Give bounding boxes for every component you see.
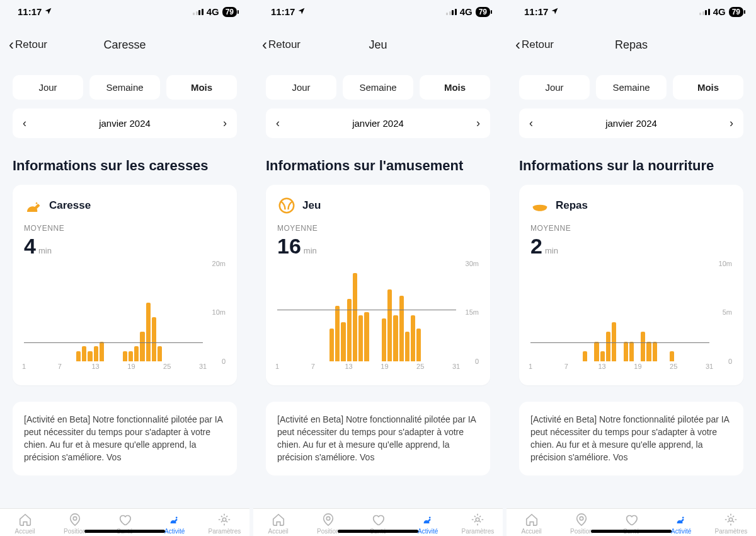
average-unit: min xyxy=(304,246,317,255)
battery-icon: 79 xyxy=(222,7,237,17)
home-indicator[interactable] xyxy=(591,530,672,533)
back-label: Retour xyxy=(522,38,554,51)
chart-bar xyxy=(100,342,104,361)
chart-bar xyxy=(76,351,81,361)
tab-home[interactable]: Accueil xyxy=(0,513,50,535)
chart-bar xyxy=(641,332,645,361)
tab-settings[interactable]: Paramètres xyxy=(706,513,756,535)
segment-week[interactable]: Semaine xyxy=(89,75,160,100)
tab-settings[interactable]: Paramètres xyxy=(200,513,249,535)
chart-bar xyxy=(646,342,651,361)
x-tick: 7 xyxy=(58,363,62,370)
next-period-button[interactable]: › xyxy=(223,117,227,130)
status-time: 11:17 xyxy=(524,6,548,17)
status-bar: 11:17 4G 79 xyxy=(507,0,756,20)
x-tick: 1 xyxy=(529,363,532,370)
network-label: 4G xyxy=(460,6,472,17)
x-tick: 7 xyxy=(311,363,315,370)
average-label: MOYENNE xyxy=(24,224,226,233)
average-line xyxy=(530,342,709,343)
segment-day[interactable]: Jour xyxy=(13,75,83,100)
average-value: 16 xyxy=(277,234,301,259)
chart-bar xyxy=(364,312,369,361)
bar-chart: 1713192531 10m5m0 xyxy=(530,264,732,374)
home-indicator[interactable] xyxy=(84,530,165,533)
chart-bar xyxy=(152,317,156,361)
chart-bar xyxy=(594,342,598,361)
chart-bar xyxy=(158,346,162,361)
average-label: MOYENNE xyxy=(277,224,479,233)
svg-point-3 xyxy=(280,198,294,213)
average-line xyxy=(24,342,203,343)
card-title: Caresse xyxy=(49,199,91,212)
prev-period-button[interactable]: ‹ xyxy=(23,117,26,130)
chevron-left-icon: ‹ xyxy=(9,37,14,52)
x-tick: 7 xyxy=(564,363,568,370)
status-time: 11:17 xyxy=(271,6,295,17)
back-button[interactable]: ‹ Retour xyxy=(262,37,301,52)
home-indicator[interactable] xyxy=(338,530,418,533)
chart-bar xyxy=(670,351,674,361)
y-tick: 5m xyxy=(723,308,732,316)
x-tick: 13 xyxy=(91,363,99,370)
status-bar: 11:17 4G 79 xyxy=(0,0,249,20)
segment-week[interactable]: Semaine xyxy=(343,75,413,100)
network-label: 4G xyxy=(713,6,726,17)
chart-bar xyxy=(382,318,386,361)
chart-bar xyxy=(146,303,151,361)
chart-bar xyxy=(94,346,98,361)
period-label: janvier 2024 xyxy=(352,118,404,129)
back-button[interactable]: ‹ Retour xyxy=(515,37,554,52)
segment-month[interactable]: Mois xyxy=(673,75,743,100)
prev-period-button[interactable]: ‹ xyxy=(276,117,280,130)
nav-header: ‹ Retour Repas xyxy=(507,20,756,59)
y-tick: 10m xyxy=(212,308,226,316)
segment-week[interactable]: Semaine xyxy=(596,75,667,100)
chart-bar xyxy=(82,346,86,361)
segment-month[interactable]: Mois xyxy=(420,75,490,100)
section-title: Informations sur les caresses xyxy=(13,157,237,175)
chart-bar xyxy=(583,351,587,361)
back-button[interactable]: ‹ Retour xyxy=(9,37,47,52)
activity-card: Repas MOYENNE 2 min 1713192531 10m5m0 xyxy=(519,185,743,385)
network-label: 4G xyxy=(207,6,219,17)
tab-home[interactable]: Accueil xyxy=(507,513,556,535)
svg-point-8 xyxy=(730,518,733,521)
average-label: MOYENNE xyxy=(530,224,732,233)
battery-icon: 79 xyxy=(476,7,490,17)
location-arrow-icon xyxy=(551,6,559,17)
x-tick: 19 xyxy=(381,363,388,370)
chart-bar xyxy=(629,342,634,361)
period-label: janvier 2024 xyxy=(99,118,151,129)
chevron-left-icon: ‹ xyxy=(262,37,267,52)
chart-bar xyxy=(129,351,133,361)
phone-screen: 11:17 4G 79 ‹ Retour Repas Jour xyxy=(507,0,756,536)
x-tick: 25 xyxy=(416,363,424,370)
chart-bar xyxy=(88,351,92,361)
period-navigator: ‹ janvier 2024 › xyxy=(13,108,237,138)
segment-day[interactable]: Jour xyxy=(266,75,336,100)
period-label: janvier 2024 xyxy=(605,118,657,129)
period-segmented-control: Jour Semaine Mois xyxy=(519,75,743,100)
chart-bar xyxy=(416,329,421,361)
next-period-button[interactable]: › xyxy=(476,117,480,130)
average-unit: min xyxy=(38,246,52,255)
signal-icon xyxy=(699,8,710,15)
y-tick: 0 xyxy=(728,358,732,365)
svg-point-2 xyxy=(223,518,227,521)
chart-bar xyxy=(624,342,628,361)
location-arrow-icon xyxy=(44,6,52,17)
y-tick: 20m xyxy=(212,260,226,267)
period-navigator: ‹ janvier 2024 › xyxy=(266,108,490,138)
next-period-button[interactable]: › xyxy=(730,117,733,130)
segment-day[interactable]: Jour xyxy=(519,75,590,100)
status-time: 11:17 xyxy=(18,6,42,17)
tab-home[interactable]: Accueil xyxy=(253,513,303,535)
chart-bar xyxy=(335,306,340,361)
bar-chart: 1713192531 30m15m0 xyxy=(277,264,479,374)
y-tick: 10m xyxy=(719,260,732,267)
activity-card: Caresse MOYENNE 4 min 1713192531 20m10m0 xyxy=(13,185,237,385)
tab-settings[interactable]: Paramètres xyxy=(453,513,503,535)
prev-period-button[interactable]: ‹ xyxy=(529,117,533,130)
segment-month[interactable]: Mois xyxy=(166,75,237,100)
